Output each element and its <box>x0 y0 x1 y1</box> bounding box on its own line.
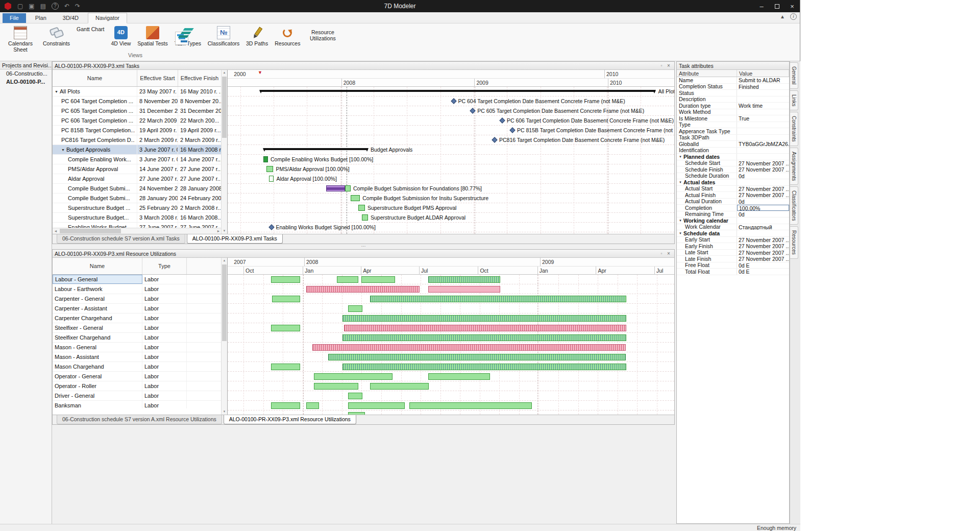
tasks-table-hscrollbar[interactable]: ◄ ► <box>53 228 222 234</box>
resource-row[interactable]: Mason - GeneralLabor <box>53 343 222 352</box>
side-tab-classificators[interactable]: Classificators <box>790 186 798 225</box>
milestone-diamond[interactable] <box>492 137 497 142</box>
ribbon-button-constraints[interactable]: Constraints <box>40 25 72 47</box>
resources-tab-06-construction-schedule-s7-version-a-xml-resource-utilizations[interactable]: 06-Construction schedule S7 version A.xm… <box>57 415 222 424</box>
attribute-row[interactable]: Schedule Start27 November 2007 ... <box>677 160 789 167</box>
tasks-tab-alo-00100-pr-xx09-p3-xml-tasks[interactable]: ALO-00100-PR-XX09-P3.xml Tasks <box>187 234 283 244</box>
resource-row[interactable]: Steelfixer ChargehandLabor <box>53 333 222 343</box>
resource-row[interactable]: Mason - AssistantLabor <box>53 352 222 362</box>
attribute-row[interactable]: Type <box>677 122 789 129</box>
resources-table-vscrollbar[interactable]: ▲ ▼ <box>221 258 227 415</box>
task-row[interactable]: Compile Enabling Work...3 June 2007 r. 0… <box>53 155 222 164</box>
attribute-row[interactable]: Total Float0d E <box>677 269 789 275</box>
scroll-up-icon[interactable]: ▲ <box>222 258 227 263</box>
utilization-bar[interactable] <box>344 325 626 331</box>
group-expand-icon[interactable]: ▼ <box>679 155 682 158</box>
task-row[interactable]: PMS/Aldar Approval14 June 2007 r...27 Ju… <box>53 164 222 174</box>
undo-icon[interactable]: ↶ <box>64 0 69 12</box>
utilization-bar[interactable] <box>328 354 626 360</box>
utilization-bar[interactable] <box>314 373 393 380</box>
task-bar[interactable] <box>345 185 350 191</box>
utilization-bar[interactable] <box>271 276 300 283</box>
ribbon-button-3d-paths[interactable]: 3D Paths <box>243 25 271 47</box>
attribute-row[interactable]: Early Finish27 November 2007 ... <box>677 243 789 250</box>
side-tab-assignments[interactable]: Assignments <box>790 148 798 185</box>
column-header-effective-start[interactable]: Effective Start <box>137 70 178 86</box>
task-bar[interactable] <box>362 214 368 221</box>
utilization-bar[interactable] <box>348 393 362 399</box>
group-expand-icon[interactable]: ▼ <box>679 219 682 222</box>
utilization-bar[interactable] <box>342 315 626 322</box>
milestone-diamond[interactable] <box>451 98 456 104</box>
task-row[interactable]: PC 606 Target Completion ...22 March 200… <box>53 116 222 126</box>
vscroll-thumb[interactable] <box>222 77 227 138</box>
attribute-row[interactable]: Completion100.00% <box>677 205 789 211</box>
resources-panel-options-icon[interactable]: ▫ <box>658 250 665 257</box>
tasks-panel-options-icon[interactable]: ▫ <box>658 62 665 69</box>
utilization-bar[interactable] <box>337 276 358 283</box>
column-header-type[interactable]: Type <box>142 258 187 274</box>
task-row[interactable]: ▼Budget Approvals3 June 2007 r. 0...16 M… <box>53 145 222 155</box>
utilization-bar[interactable] <box>342 364 626 370</box>
attribute-row[interactable]: Remaining Time0d <box>677 211 789 218</box>
project-item-06-constructio[interactable]: 06-Constructio... <box>0 69 52 78</box>
side-tab-links[interactable]: Links <box>790 90 798 110</box>
task-row[interactable]: Superstructure Budget ...25 February 200… <box>53 203 222 213</box>
group-expand-icon[interactable]: ▼ <box>679 232 682 235</box>
tasks-table-vscrollbar[interactable]: ▲ ▼ <box>221 70 227 234</box>
collapse-ribbon-icon[interactable]: ▲ <box>780 14 785 19</box>
task-row[interactable]: Compile Budget Submi...24 November 2...2… <box>53 184 222 194</box>
attribute-row[interactable]: Task 3DPath <box>677 135 789 141</box>
task-row[interactable]: PC 605 Target Completion ...31 December … <box>53 106 222 116</box>
ribbon-button-4d-view[interactable]: 4D View <box>108 25 133 47</box>
attribute-row[interactable]: NameSubmit to ALDAR <box>677 77 789 84</box>
tasks-tab-06-construction-schedule-s7-version-a-xml-tasks[interactable]: 06-Construction schedule S7 version A.xm… <box>57 234 185 244</box>
column-header-name[interactable]: Name <box>53 258 142 274</box>
utilization-bar[interactable] <box>428 276 500 283</box>
task-row[interactable]: Superstructure Budget...3 March 2008 r..… <box>53 213 222 223</box>
attribute-row[interactable]: Status <box>677 90 789 96</box>
minimize-button[interactable]: – <box>754 0 769 12</box>
task-row[interactable]: PC 604 Target Completion ...8 November 2… <box>53 96 222 106</box>
utilization-bar[interactable] <box>370 296 626 302</box>
scroll-up-icon[interactable]: ▲ <box>222 70 227 76</box>
attribute-row[interactable]: ▼Actual dates <box>677 179 789 186</box>
attribute-row[interactable]: Early Start27 November 2007 ... <box>677 237 789 244</box>
utilization-bar[interactable] <box>370 383 429 390</box>
project-item-alo-00100-p[interactable]: ALO-00100-P... <box>0 78 52 86</box>
open-icon[interactable]: ▣ <box>29 0 34 12</box>
utilization-bar[interactable] <box>361 276 396 283</box>
tasks-panel-close-icon[interactable]: × <box>665 62 672 69</box>
resource-row[interactable]: Carpenter - AssistantLabor <box>53 304 222 313</box>
help-icon[interactable]: ? <box>52 3 59 10</box>
save-icon[interactable]: ▤ <box>40 0 46 12</box>
attribute-row[interactable]: Completion StatusFinished <box>677 84 789 90</box>
resource-row[interactable]: Labour - GeneralLabor <box>53 275 222 284</box>
utilization-bar[interactable] <box>428 286 500 293</box>
utilization-bar[interactable] <box>348 305 362 312</box>
attribute-row[interactable]: Work CalendarСтандартный <box>677 224 789 231</box>
ribbon-tab-3d-4d[interactable]: 3D/4D <box>56 13 86 23</box>
scroll-down-icon[interactable]: ▼ <box>222 228 227 234</box>
resource-row[interactable]: Operator - GeneralLabor <box>53 372 222 381</box>
close-button[interactable]: × <box>785 0 800 12</box>
resources-panel-close-icon[interactable]: × <box>665 250 672 257</box>
summary-bar[interactable] <box>260 90 655 92</box>
resource-row[interactable]: Carpenter - GeneralLabor <box>53 294 222 304</box>
resource-row[interactable]: Driver - GeneralLabor <box>53 391 222 401</box>
attribute-row[interactable]: Description <box>677 96 789 103</box>
utilization-bar[interactable] <box>306 286 420 293</box>
attribute-value[interactable]: 100.00% <box>737 205 789 211</box>
scroll-down-icon[interactable]: ▼ <box>222 409 227 415</box>
resource-row[interactable]: BanksmanLabor <box>53 401 222 408</box>
ribbon-tab-file[interactable]: File <box>3 13 26 23</box>
horizontal-splitter[interactable]: ⋯ <box>52 244 675 249</box>
ribbon-tab-navigator[interactable]: Navigator <box>88 13 127 23</box>
utilization-bar[interactable] <box>272 296 300 302</box>
resource-row[interactable]: Labour - EarthworkLabor <box>53 284 222 294</box>
utilization-bar[interactable] <box>428 373 490 380</box>
attribute-row[interactable]: ▼Working calendar <box>677 218 789 224</box>
expand-icon[interactable]: ▼ <box>61 148 65 152</box>
task-bar[interactable] <box>326 185 345 191</box>
maximize-button[interactable] <box>769 0 785 12</box>
